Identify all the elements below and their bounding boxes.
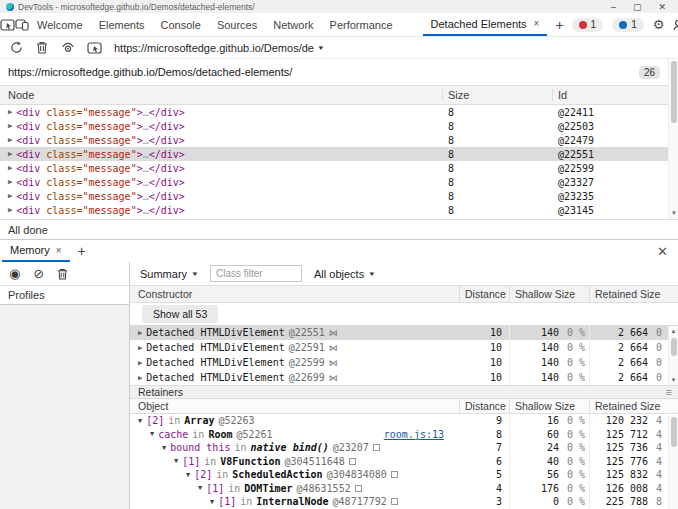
object-preview-icon[interactable] — [373, 444, 380, 451]
collapse-caret-icon[interactable]: ▼ — [150, 430, 154, 438]
expand-caret-icon[interactable]: ▶ — [138, 344, 142, 352]
constructor-row[interactable]: ▶Detached HTMLDivElement@22551⋈101400 %2… — [130, 325, 678, 340]
tab-close-icon[interactable]: × — [534, 18, 540, 29]
tab-welcome[interactable]: Welcome — [29, 13, 91, 36]
objects-scope-dropdown[interactable]: All objects ▼ — [314, 268, 375, 280]
collapse-caret-icon[interactable]: ▼ — [138, 417, 142, 425]
expand-caret-icon[interactable]: ▶ — [8, 178, 12, 186]
class-filter-input[interactable] — [210, 265, 302, 282]
object-preview-icon[interactable] — [391, 498, 398, 505]
column-shallow-size[interactable]: Shallow Size — [510, 399, 590, 413]
collapse-caret-icon[interactable]: ▼ — [186, 471, 190, 479]
retainers-scrollbar[interactable] — [668, 415, 678, 509]
minimize-button[interactable]: – — [611, 2, 616, 12]
record-heap-icon[interactable]: ◉ — [9, 267, 20, 280]
scrollbar-thumb[interactable] — [671, 417, 677, 447]
retainer-row[interactable]: ▼[1]inInternalNode@48717792300 %225 7888… — [130, 495, 678, 509]
drawer-new-tab-button[interactable]: + — [70, 240, 94, 262]
tab-sources[interactable]: Sources — [209, 13, 265, 36]
attr-name: class= — [40, 177, 82, 188]
expand-caret-icon[interactable]: ▶ — [138, 329, 142, 337]
trash-icon[interactable] — [32, 41, 52, 54]
expand-caret-icon[interactable]: ▶ — [8, 150, 12, 158]
column-node[interactable]: Node — [0, 89, 443, 101]
expand-caret-icon[interactable]: ▶ — [8, 164, 12, 172]
device-emulation-icon[interactable] — [15, 13, 29, 36]
expand-caret-icon[interactable]: ▶ — [8, 206, 12, 214]
tab-memory[interactable]: Memory × — [2, 240, 70, 262]
node-row[interactable]: ▶<div class="message">…</div>8@22479 — [0, 133, 668, 147]
tab-detached-elements[interactable]: Detached Elements × — [423, 13, 548, 36]
node-row[interactable]: ▶<div class="message">…</div>8@23145 — [0, 203, 668, 217]
collapse-caret-icon[interactable]: ▼ — [198, 484, 202, 492]
column-id[interactable]: Id — [553, 89, 668, 101]
delete-profile-trash-icon[interactable] — [57, 268, 68, 280]
retainer-row[interactable]: ▼[1]inDOMTimer@4863155241760 %126 0084 % — [130, 482, 678, 496]
collapse-caret-icon[interactable]: ▼ — [174, 457, 178, 465]
retainer-row[interactable]: ▼bound_thisinnative_bind()@232077240 %12… — [130, 441, 678, 455]
column-distance[interactable]: Distance — [460, 286, 510, 302]
retainers-menu-icon[interactable]: ≡ — [666, 386, 672, 398]
column-distance[interactable]: Distance — [460, 399, 510, 413]
error-badge[interactable]: 1 — [572, 18, 604, 32]
close-button[interactable]: ✕ — [658, 2, 666, 12]
expand-caret-icon[interactable]: ▶ — [8, 136, 12, 144]
perspective-dropdown[interactable]: Summary ▼ — [140, 268, 198, 280]
expand-caret-icon[interactable]: ▶ — [138, 359, 142, 367]
object-preview-icon[interactable] — [349, 458, 356, 465]
scrollbar-thumb[interactable] — [671, 338, 677, 356]
tab-console[interactable]: Console — [153, 13, 209, 36]
column-shallow-size[interactable]: Shallow Size — [510, 286, 590, 302]
object-preview-icon[interactable] — [355, 485, 362, 492]
retainer-row[interactable]: ▼[1]inV8Function@3045116486400 %125 7764… — [130, 455, 678, 469]
scrollbar-up-arrow[interactable]: ▲ — [669, 328, 678, 334]
expand-caret-icon[interactable]: ▶ — [8, 122, 12, 130]
expand-caret-icon[interactable]: ▶ — [8, 192, 12, 200]
tab-elements[interactable]: Elements — [91, 13, 153, 36]
constructor-row[interactable]: ▶Detached HTMLDivElement@22599⋈101400 %2… — [130, 355, 678, 370]
expand-caret-icon[interactable]: ▶ — [8, 108, 12, 116]
retainer-row[interactable]: ▼[2]inScheduledAction@3048340805560 %125… — [130, 468, 678, 482]
drawer-close-icon[interactable]: ✕ — [657, 240, 678, 262]
node-row[interactable]: ▶<div class="message">…</div>8@22503 — [0, 119, 668, 133]
screencast-icon[interactable] — [84, 42, 104, 54]
column-object[interactable]: Object — [130, 399, 460, 413]
node-row[interactable]: ▶<div class="message">…</div>8@23327 — [0, 175, 668, 189]
column-retained-size[interactable]: Retained Size — [590, 286, 678, 302]
node-scrollbar[interactable]: ▼ — [668, 59, 678, 219]
analyze-eye-icon[interactable] — [58, 42, 78, 53]
show-all-button[interactable]: Show all 53 — [142, 305, 218, 323]
collapse-caret-icon[interactable]: ▼ — [210, 498, 214, 506]
collapse-caret-icon[interactable]: ▼ — [162, 444, 166, 452]
retainer-row[interactable]: ▼[2]inArray@522639160 %120 2324 % — [130, 414, 678, 428]
inspect-icon[interactable] — [0, 13, 15, 36]
refresh-icon[interactable] — [6, 41, 26, 54]
constructor-row[interactable]: ▶Detached HTMLDivElement@22591⋈101400 %2… — [130, 340, 678, 355]
object-preview-icon[interactable] — [391, 471, 398, 478]
column-retained-size[interactable]: Retained Size — [590, 399, 678, 413]
constructor-row[interactable]: ▶Detached HTMLDivElement@22699⋈101400 %2… — [130, 370, 678, 385]
clear-profiles-icon[interactable]: ⊘ — [33, 267, 44, 280]
node-row[interactable]: ▶<div class="message">…</div>8@23235 — [0, 189, 668, 203]
constructor-scrollbar[interactable]: ▲ ▼ — [668, 326, 678, 385]
tab-performance[interactable]: Performance — [322, 13, 401, 36]
scrollbar-thumb[interactable] — [671, 61, 677, 123]
column-size[interactable]: Size — [443, 89, 553, 101]
scrollbar-down-arrow[interactable]: ▼ — [669, 377, 678, 383]
settings-gear-icon[interactable]: ⚙ — [653, 18, 665, 31]
expand-caret-icon[interactable]: ▶ — [138, 374, 142, 382]
tab-network[interactable]: Network — [265, 13, 321, 36]
target-url-dropdown[interactable]: https://microsoftedge.github.io/Demos/de… — [114, 42, 324, 54]
issue-badge[interactable]: 1 — [612, 18, 644, 32]
node-row[interactable]: ▶<div class="message">…</div>8@22599 — [0, 161, 668, 175]
tab-memory-close-icon[interactable]: × — [56, 245, 62, 256]
source-link[interactable]: room.js:13 — [384, 429, 460, 440]
scrollbar-down-arrow[interactable]: ▼ — [669, 210, 678, 216]
new-tab-button[interactable]: + — [547, 13, 571, 36]
accounts-icon[interactable] — [673, 19, 678, 31]
maximize-button[interactable]: ▢ — [633, 2, 642, 12]
node-row[interactable]: ▶<div class="message">…</div>8@22411 — [0, 105, 668, 119]
column-constructor[interactable]: Constructor — [130, 286, 460, 302]
node-row[interactable]: ▶<div class="message">…</div>8@22551 — [0, 147, 668, 161]
retainer-row[interactable]: ▼cacheinRoom@52261room.js:138600 %125 71… — [130, 428, 678, 442]
